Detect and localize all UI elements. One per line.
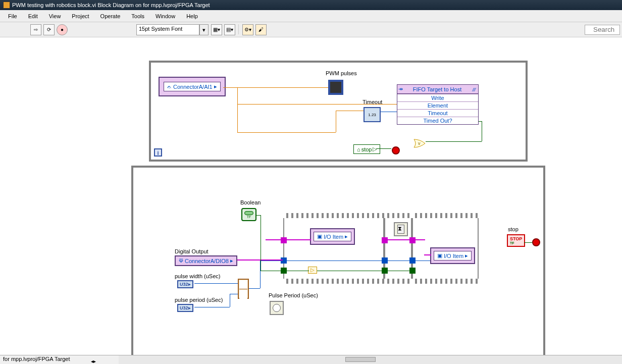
horizontal-scrollbar[interactable] bbox=[119, 355, 622, 364]
io-icon: ▣ bbox=[317, 233, 322, 240]
tunnel-pink-2 bbox=[382, 237, 388, 243]
io-icon: ▣ bbox=[437, 252, 442, 259]
pulse-period-control[interactable]: U32▸ bbox=[177, 304, 193, 312]
dropdown-icon: ▸ bbox=[465, 252, 468, 259]
abort-button[interactable]: ● bbox=[57, 24, 68, 35]
pulse-width-control[interactable]: U32▸ bbox=[177, 280, 193, 288]
window-title: PWM testing with robotics block.vi Block… bbox=[12, 2, 210, 8]
menu-view[interactable]: View bbox=[44, 12, 66, 21]
window-titlebar: PWM testing with robotics block.vi Block… bbox=[0, 0, 622, 10]
reorder-button[interactable]: ⚙▾ bbox=[242, 24, 253, 35]
toolbar: ⇨ ⟳ ● 15pt System Font ▾ ▦▾ ▤▾ ⚙▾ 🖌 bbox=[0, 22, 622, 37]
menu-operate[interactable]: Operate bbox=[95, 12, 126, 21]
arrow-icon: ↠ bbox=[398, 86, 403, 92]
fifo-write: Write bbox=[397, 94, 478, 101]
comparison-node[interactable]: ▷ bbox=[308, 267, 317, 274]
fifo-config-icon: ⫻ bbox=[472, 86, 477, 92]
dropdown-icon: ▸ bbox=[230, 257, 233, 264]
home-icon: ⌂ bbox=[357, 146, 360, 152]
run-button[interactable]: ⇨ bbox=[30, 24, 41, 35]
io-icon: ⟱ bbox=[179, 257, 183, 264]
run-cont-button[interactable]: ⟳ bbox=[43, 24, 55, 35]
timeout-constant-node[interactable]: 1.23 bbox=[364, 107, 381, 122]
bundle-element-1 bbox=[239, 280, 247, 289]
menu-file[interactable]: File bbox=[3, 12, 22, 21]
graph-icon bbox=[329, 81, 342, 94]
clock-icon bbox=[273, 304, 281, 312]
pwm-pulses-label: PWM pulses bbox=[326, 70, 357, 76]
menu-tools[interactable]: Tools bbox=[126, 12, 149, 21]
stop-button-terminal[interactable]: STOP TF bbox=[507, 234, 525, 247]
fifo-element: Element bbox=[397, 101, 478, 109]
dropdown-icon: ▸ bbox=[345, 233, 348, 240]
menu-edit[interactable]: Edit bbox=[23, 12, 43, 21]
bundle-element-2 bbox=[239, 290, 247, 299]
menu-window[interactable]: Window bbox=[150, 12, 180, 21]
project-tab[interactable]: for mpp.lvproj/FPGA Target ◂▸ bbox=[0, 355, 119, 364]
fifo-header: ↠FIFO Target to Host⫻ bbox=[397, 85, 478, 94]
fifo-timedout: Timed Out? bbox=[397, 117, 478, 124]
tf-label: TF bbox=[242, 215, 255, 219]
diagram-canvas[interactable]: i ᨊConnectorA/AI1▸ PWM pulses Timeout 1.… bbox=[0, 37, 622, 360]
cleanup-button[interactable]: 🖌 bbox=[255, 24, 267, 35]
menubar: File Edit View Project Operate Tools Win… bbox=[0, 10, 622, 22]
loop-condition-terminal-1[interactable] bbox=[392, 146, 400, 154]
connectorA-label: ConnectorA/AI1 bbox=[173, 84, 213, 90]
boolean-label: Boolean bbox=[240, 199, 261, 205]
waveform-graph-terminal[interactable] bbox=[328, 80, 343, 95]
led-icon bbox=[244, 211, 253, 215]
bundle-node[interactable] bbox=[238, 279, 249, 299]
boolean-indicator[interactable]: TF bbox=[241, 208, 256, 221]
digital-output-control[interactable]: ⟱ConnectorA/DIO8▸ bbox=[175, 255, 237, 266]
digital-output-label: Digital Output bbox=[175, 248, 209, 254]
fifo-timeout: Timeout bbox=[397, 109, 478, 117]
menu-project[interactable]: Project bbox=[67, 12, 94, 21]
svg-text:v: v bbox=[418, 141, 421, 146]
fifo-target-to-host-node[interactable]: ↠FIFO Target to Host⫻ Write Element Time… bbox=[397, 84, 479, 125]
app-icon bbox=[3, 2, 10, 9]
flat-sequence-frame-1[interactable] bbox=[283, 213, 384, 284]
align-button[interactable]: ▦▾ bbox=[211, 24, 222, 35]
timer-node-frame2[interactable]: ⧗ bbox=[394, 222, 408, 236]
dropdown-icon: ▸ bbox=[214, 83, 217, 90]
fpga-io-node-frame3[interactable]: ▣I/O Item▸ bbox=[430, 247, 475, 264]
tab-scroll-icon[interactable]: ◂▸ bbox=[91, 358, 96, 364]
search-input[interactable] bbox=[585, 25, 620, 35]
fpga-io-node-frame1[interactable]: ▣I/O Item▸ bbox=[310, 228, 355, 245]
pulse-period-indicator-label: Pulse Period (uSec) bbox=[269, 292, 318, 298]
pulse-period-label: pulse period (uSec) bbox=[175, 297, 223, 303]
tunnel-pink-1 bbox=[281, 237, 287, 243]
tf-label: TF bbox=[510, 241, 522, 245]
distribute-button[interactable]: ▤▾ bbox=[224, 24, 235, 35]
scrollbar-thumb[interactable] bbox=[345, 357, 376, 362]
iteration-terminal-icon: i bbox=[154, 148, 162, 157]
pulse-width-label: pulse width (uSec) bbox=[175, 273, 221, 279]
timeout-value: 1.23 bbox=[368, 113, 376, 117]
menu-help[interactable]: Help bbox=[181, 12, 203, 21]
play-icon: ▷ bbox=[373, 146, 377, 152]
stop-control-1[interactable]: ⌂stop▷ bbox=[353, 144, 380, 154]
wave-icon: ᨊ bbox=[167, 83, 172, 90]
wait-node[interactable] bbox=[270, 301, 284, 315]
tunnel-pink-3 bbox=[409, 237, 416, 243]
or-gate-node[interactable]: v bbox=[413, 138, 427, 148]
stop-label-2: stop bbox=[508, 226, 519, 232]
hourglass-icon: ⧗ bbox=[397, 225, 404, 234]
font-dropdown[interactable]: ▾ bbox=[199, 24, 209, 35]
loop-condition-terminal-2[interactable] bbox=[532, 238, 540, 246]
fpga-io-node-connectorA[interactable]: ᨊConnectorA/AI1▸ bbox=[159, 77, 226, 96]
font-selector[interactable]: 15pt System Font bbox=[136, 24, 199, 35]
